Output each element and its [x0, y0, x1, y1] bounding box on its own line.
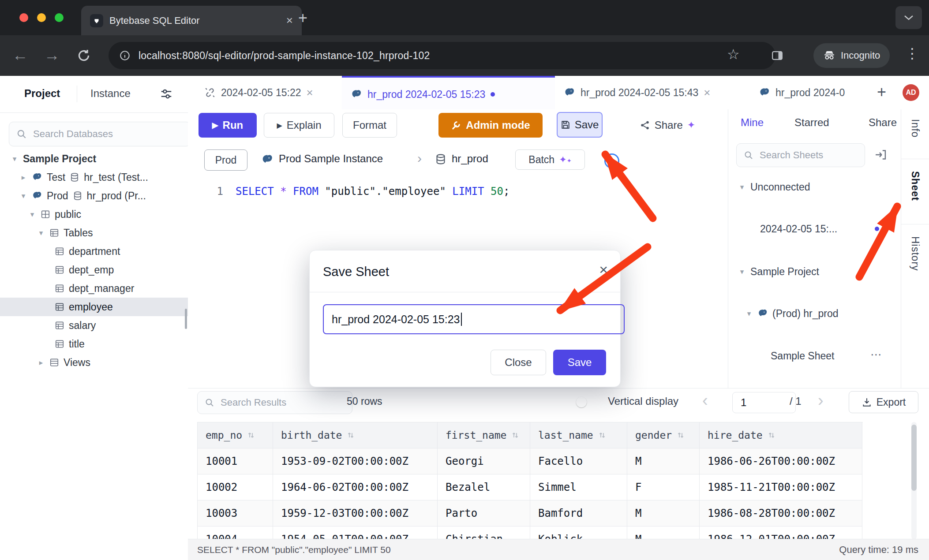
cell[interactable]: Parto — [438, 500, 530, 526]
sort-icon[interactable] — [346, 431, 355, 440]
cell[interactable]: M — [627, 526, 700, 540]
table-row[interactable]: 10001 1953-09-02T00:00:00Z Georgi Facell… — [198, 448, 863, 474]
sheet-tab-starred[interactable]: Starred — [794, 116, 829, 129]
admin-mode-button[interactable]: Admin mode — [438, 113, 543, 138]
tree-item-sample-project[interactable]: ▾ Sample Project — [0, 149, 199, 168]
save-button[interactable]: Save — [557, 112, 603, 138]
tab-list-button[interactable] — [895, 6, 922, 29]
sheet-group-sample-project[interactable]: ▾ Sample Project — [728, 261, 911, 282]
caret-down-icon[interactable]: ▾ — [738, 267, 746, 276]
sheet-item-sample-sheet[interactable]: Sample Sheet ⋯ — [728, 345, 929, 366]
cell[interactable]: 10003 — [198, 500, 273, 526]
export-button[interactable]: Export — [849, 391, 918, 413]
tree-item-schema-public[interactable]: ▾ public — [0, 205, 216, 224]
sort-icon[interactable] — [511, 431, 520, 440]
cell[interactable]: 1953-09-02T00:00:00Z — [273, 448, 438, 474]
traffic-light-minimize[interactable] — [37, 13, 46, 22]
sheet-tab-mine[interactable]: Mine — [741, 116, 764, 129]
cell[interactable]: Chirstian — [438, 526, 530, 540]
table-row[interactable]: 10003 1959-12-03T00:00:00Z Parto Bamford… — [198, 500, 863, 526]
cell[interactable]: 10004 — [198, 526, 273, 540]
traffic-light-zoom[interactable] — [55, 13, 64, 22]
cell[interactable]: Facello — [530, 448, 627, 474]
sort-icon[interactable] — [598, 431, 607, 440]
sheet-search-input[interactable] — [759, 149, 858, 161]
run-button[interactable]: ▶ Run — [199, 113, 257, 138]
sql-editor[interactable]: 1 SELECT * FROM "public"."employee" LIMI… — [210, 185, 509, 198]
column-header[interactable]: emp_no — [198, 422, 273, 448]
editor-tab-1[interactable]: 2024-02-05 15:22 × — [195, 76, 360, 109]
cell[interactable]: 10002 — [198, 474, 273, 500]
forward-button[interactable]: → — [44, 46, 60, 64]
browser-tab[interactable]: Bytebase SQL Editor × — [81, 6, 302, 35]
database-search-input[interactable] — [32, 128, 183, 140]
back-button[interactable]: ← — [12, 46, 28, 64]
page-input[interactable] — [740, 396, 788, 409]
scrollbar-thumb[interactable] — [911, 425, 917, 491]
sort-icon[interactable] — [767, 431, 776, 440]
user-avatar[interactable]: AD — [903, 84, 919, 101]
cell[interactable]: Bezalel — [438, 474, 530, 500]
strip-tab-info[interactable]: Info — [909, 119, 921, 138]
column-header[interactable]: birth_date — [273, 422, 438, 448]
cell[interactable]: Georgi — [438, 448, 530, 474]
editor-tab-4[interactable]: hr_prod 2024-0 — [750, 76, 888, 109]
next-page-icon[interactable]: › — [818, 391, 824, 410]
cell[interactable]: Koblick — [530, 526, 627, 540]
caret-right-icon[interactable]: ▸ — [37, 358, 45, 367]
caret-right-icon[interactable]: ▸ — [19, 173, 27, 182]
cell[interactable]: 10001 — [198, 448, 273, 474]
column-header[interactable]: hire_date — [700, 422, 862, 448]
more-icon[interactable]: ⋯ — [870, 348, 882, 362]
cell[interactable]: F — [627, 474, 700, 500]
cell[interactable]: 1954-05-01T00:00:00Z — [273, 526, 438, 540]
tree-item-prod-instance[interactable]: ▾ Prod hr_prod (Pr... — [0, 187, 207, 205]
cell[interactable]: 1986-08-28T00:00:00Z — [700, 500, 862, 526]
format-button[interactable]: Format — [342, 113, 397, 138]
sheet-name-input[interactable]: hr_prod 2024-02-05 15:23 — [323, 304, 625, 334]
prev-page-icon[interactable]: ‹ — [702, 391, 708, 410]
browser-tab-close-icon[interactable]: × — [286, 14, 293, 27]
sheet-item-unconnected-1[interactable]: 2024-02-05 15:... — [728, 218, 929, 239]
batch-button[interactable]: Batch ✦✦ — [515, 149, 585, 170]
new-tab-button[interactable]: + — [298, 9, 307, 27]
tab-project[interactable]: Project — [24, 87, 60, 100]
caret-down-icon[interactable]: ▾ — [37, 228, 45, 238]
cell[interactable]: 1986-06-26T00:00:00Z — [700, 448, 862, 474]
caret-down-icon[interactable]: ▾ — [745, 309, 753, 318]
breadcrumb-instance[interactable]: Prod Sample Instance — [279, 153, 383, 165]
cell[interactable]: M — [627, 500, 700, 526]
bookmark-star-icon[interactable]: ☆ — [727, 46, 740, 63]
strip-tab-sheet[interactable]: Sheet — [909, 171, 921, 201]
caret-down-icon[interactable]: ▾ — [11, 154, 19, 164]
caret-down-icon[interactable]: ▾ — [28, 210, 36, 219]
caret-down-icon[interactable]: ▾ — [19, 191, 27, 201]
database-search[interactable] — [9, 122, 191, 146]
results-search-input[interactable] — [220, 396, 345, 409]
table-row[interactable]: 10004 1954-05-01T00:00:00Z Chirstian Kob… — [198, 526, 863, 540]
breadcrumb-database[interactable]: hr_prod — [452, 153, 488, 165]
new-query-tab-button[interactable]: + — [877, 83, 886, 101]
traffic-light-close[interactable] — [19, 13, 28, 22]
caret-down-icon[interactable]: ▾ — [738, 183, 746, 192]
cell[interactable]: 1985-11-21T00:00:00Z — [700, 474, 862, 500]
sheet-subgroup-prod-hrprod[interactable]: ▾ (Prod) hr_prod — [728, 303, 918, 324]
cell[interactable]: 1959-12-03T00:00:00Z — [273, 500, 438, 526]
editor-tab-3[interactable]: hr_prod 2024-02-05 15:43 × — [555, 76, 768, 109]
browser-menu-icon[interactable]: ⋮ — [905, 45, 919, 62]
modal-close-button[interactable]: Close — [491, 350, 546, 375]
filter-icon[interactable] — [160, 87, 173, 102]
side-panel-icon[interactable] — [771, 49, 783, 63]
sidebar-resize-handle[interactable] — [185, 309, 187, 329]
cell[interactable]: Bamford — [530, 500, 627, 526]
env-chip[interactable]: Prod — [204, 149, 247, 171]
sort-icon[interactable] — [676, 431, 685, 440]
collapse-panel-icon[interactable] — [874, 148, 887, 163]
tab-instance[interactable]: Instance — [90, 87, 131, 100]
site-info-icon[interactable] — [119, 50, 131, 61]
cell[interactable]: Simmel — [530, 474, 627, 500]
cell[interactable]: 1964-06-02T00:00:00Z — [273, 474, 438, 500]
sheet-tab-share[interactable]: Share — [869, 116, 897, 129]
column-header[interactable]: first_name — [438, 422, 530, 448]
column-header[interactable]: gender — [627, 422, 700, 448]
